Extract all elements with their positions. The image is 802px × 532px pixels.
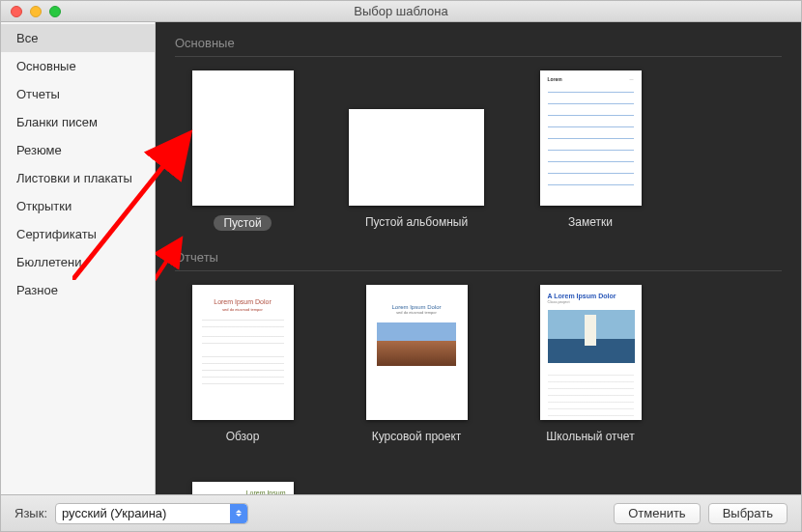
select-stepper-icon	[230, 504, 247, 523]
template-notes-label: Заметки	[568, 215, 613, 229]
minimize-window-button[interactable]	[30, 6, 42, 17]
template-overview-label: Обзор	[226, 430, 260, 443]
template-chooser-window: Выбор шаблона Все Основные Отчеты Бланки…	[0, 0, 802, 532]
template-term-paper-label: Курсовой проект	[372, 430, 462, 443]
template-gallery: Основные Пустой Пустой альбомный Lorem—	[156, 22, 801, 494]
template-term-paper[interactable]: Lorem Ipsum Dolor sed do eiusmod tempor …	[349, 285, 484, 443]
sidebar-item-cards[interactable]: Открытки	[1, 192, 155, 220]
sidebar-item-misc[interactable]: Разное	[1, 276, 155, 304]
template-blank-landscape[interactable]: Пустой альбомный	[349, 70, 484, 231]
template-term-paper-thumb: Lorem Ipsum Dolor sed do eiusmod tempor	[366, 285, 468, 420]
sidebar-item-resumes[interactable]: Резюме	[1, 136, 155, 164]
sidebar-item-letterheads[interactable]: Бланки писем	[1, 108, 155, 136]
sidebar-item-all[interactable]: Все	[1, 24, 155, 52]
cancel-button[interactable]: Отменить	[614, 503, 700, 524]
close-window-button[interactable]	[11, 6, 22, 17]
language-select[interactable]: русский (Украина)	[55, 503, 248, 524]
section-reports-grid: Lorem Ipsum Dolor sed do eiusmod tempor …	[175, 285, 782, 494]
template-notes[interactable]: Lorem— Заметки	[523, 70, 658, 231]
window-body: Все Основные Отчеты Бланки писем Резюме …	[1, 22, 801, 494]
template-visual-report-thumb: Lorem Ipsum	[192, 482, 294, 494]
template-notes-thumb: Lorem—	[540, 70, 642, 206]
category-sidebar: Все Основные Отчеты Бланки писем Резюме …	[1, 22, 156, 494]
section-heading-reports: Отчеты	[175, 250, 782, 271]
template-blank-thumb	[192, 70, 294, 206]
footer-bar: Язык: русский (Украина) Отменить Выбрать	[1, 494, 801, 531]
sidebar-item-basic[interactable]: Основные	[1, 52, 155, 80]
template-overview[interactable]: Lorem Ipsum Dolor sed do eiusmod tempor …	[175, 285, 310, 443]
language-value: русский (Украина)	[62, 506, 166, 520]
sidebar-item-reports[interactable]: Отчеты	[1, 80, 155, 108]
choose-button[interactable]: Выбрать	[708, 503, 788, 524]
window-title: Выбор шаблона	[1, 4, 801, 18]
template-overview-thumb: Lorem Ipsum Dolor sed do eiusmod tempor	[192, 285, 294, 420]
sidebar-item-certificates[interactable]: Сертификаты	[1, 220, 155, 248]
section-heading-basic: Основные	[175, 36, 782, 57]
template-school-report-thumb: A Lorem Ipsum Dolor Class project	[540, 285, 642, 420]
gallery-scroll[interactable]: Основные Пустой Пустой альбомный Lorem—	[156, 22, 801, 494]
language-label: Язык:	[14, 506, 47, 520]
sidebar-item-newsletters[interactable]: Бюллетени	[1, 248, 155, 276]
template-blank-label: Пустой	[214, 215, 271, 231]
template-visual-report[interactable]: Lorem Ipsum Наглядный отчет	[175, 482, 310, 494]
template-school-report-label: Школьный отчет	[546, 430, 634, 443]
template-blank-landscape-thumb	[349, 109, 484, 206]
zoom-window-button[interactable]	[49, 6, 61, 17]
template-blank[interactable]: Пустой	[175, 70, 310, 231]
section-basic-grid: Пустой Пустой альбомный Lorem— Заметки	[175, 70, 782, 231]
template-school-report[interactable]: A Lorem Ipsum Dolor Class project Школьн…	[523, 285, 658, 443]
titlebar: Выбор шаблона	[1, 1, 801, 22]
window-controls	[1, 6, 61, 17]
sidebar-item-flyers[interactable]: Листовки и плакаты	[1, 164, 155, 192]
template-blank-landscape-label: Пустой альбомный	[365, 215, 468, 229]
